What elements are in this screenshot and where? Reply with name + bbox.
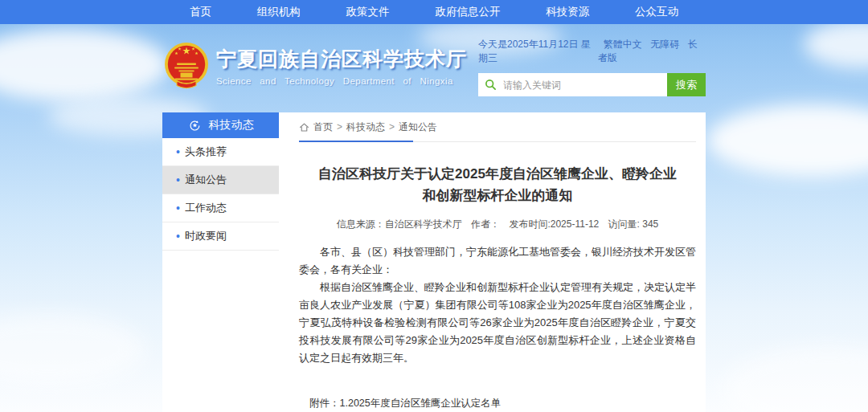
main-content: 首页 > 科技动态 > 通知公告 自治区科技厅关于认定2025年度自治区雏鹰企业…	[289, 112, 706, 412]
current-date: 今天是2025年11月12日 星期三	[478, 38, 598, 65]
sidebar-item-label: 头条推荐	[185, 145, 227, 159]
breadcrumb-separator: >	[389, 121, 395, 133]
nav-item-gov-info-disclosure[interactable]: 政府信息公开	[435, 5, 500, 19]
bullet-icon: •	[176, 202, 180, 214]
nav-item-organization[interactable]: 组织机构	[257, 5, 301, 19]
quick-links: 繁體中文 无障碍 长者版	[598, 38, 706, 65]
header-utilities: 今天是2025年11月12日 星期三 繁體中文 无障碍 长者版 搜索	[478, 38, 706, 96]
link-traditional-chinese[interactable]: 繁體中文	[604, 39, 642, 50]
bullet-icon: •	[176, 174, 180, 186]
content-wrapper: 科技动态 • 头条推荐 • 通知公告 • 工作动态 • 时政要闻	[162, 112, 706, 412]
cloud-decoration	[0, 313, 145, 385]
home-icon	[299, 122, 309, 133]
cloud-decoration	[707, 104, 868, 177]
page: 首页 组织机构 政策文件 政府信息公开 科技资源 公众互动	[0, 0, 868, 412]
bullet-icon: •	[176, 230, 180, 242]
bullet-icon: •	[176, 146, 180, 157]
sidebar-item-work-updates[interactable]: • 工作动态	[162, 194, 279, 222]
top-navigation-bar: 首页 组织机构 政策文件 政府信息公开 科技资源 公众互动	[0, 0, 868, 24]
sidebar-item-political-news[interactable]: • 时政要闻	[162, 222, 279, 251]
search-bar: 搜索	[478, 73, 706, 96]
sidebar-item-label: 时政要闻	[185, 229, 227, 243]
article-paragraph-1: 各市、县（区）科技管理部门，宁东能源化工基地管委会，银川经济技术开发区管委会，各…	[299, 243, 696, 279]
national-emblem-logo	[162, 41, 211, 91]
article-meta: 信息来源：自治区科学技术厅 作者： 发布时间:2025-11-12 访问量: 3…	[299, 218, 696, 231]
site-brand-text: 宁夏回族自治区科学技术厅 Science and Technology Depa…	[216, 46, 467, 86]
link-accessibility[interactable]: 无障碍	[650, 39, 679, 50]
sidebar-item-label: 工作动态	[185, 201, 227, 215]
nav-item-tech-resources[interactable]: 科技资源	[546, 5, 589, 19]
attachments-list: 1.2025年度自治区雏鹰企业认定名单 2.2025年度自治区瞪羚企业认定名单 …	[340, 396, 531, 412]
cloud-decoration	[804, 20, 868, 68]
nav-item-public-interaction[interactable]: 公众互动	[635, 5, 678, 19]
meta-views: 访问量: 345	[608, 218, 659, 230]
search-icon	[485, 79, 497, 91]
sidebar-title: 科技动态	[209, 118, 254, 133]
cloud-decoration	[0, 29, 169, 101]
article-title: 自治区科技厅关于认定2025年度自治区雏鹰企业、瞪羚企业 和创新型标杆企业的通知	[299, 163, 696, 206]
site-title: 宁夏回族自治区科学技术厅	[216, 46, 467, 72]
attachments-label: 附件：	[309, 396, 340, 412]
sidebar-item-notices[interactable]: • 通知公告	[162, 166, 279, 194]
attachment-link-1[interactable]: 1.2025年度自治区雏鹰企业认定名单	[340, 396, 531, 411]
nav-item-home[interactable]: 首页	[190, 5, 211, 19]
article-paragraph-2: 根据自治区雏鹰企业、瞪羚企业和创新型标杆企业认定管理有关规定，决定认定半亩良人农…	[299, 279, 696, 367]
article-title-line-1: 自治区科技厅关于认定2025年度自治区雏鹰企业、瞪羚企业	[299, 163, 696, 185]
search-input-wrap	[478, 73, 667, 96]
meta-publish-time: 发布时间:2025-11-12	[509, 218, 599, 230]
site-subtitle: Science and Technology Department of Nin…	[216, 76, 467, 86]
breadcrumb-separator: >	[337, 121, 342, 133]
sidebar-item-label: 通知公告	[185, 173, 227, 187]
site-header: 宁夏回族自治区科学技术厅 Science and Technology Depa…	[162, 24, 706, 112]
breadcrumb-current[interactable]: 通知公告	[399, 120, 437, 134]
top-navigation-inner: 首页 组织机构 政策文件 政府信息公开 科技资源 公众互动	[162, 0, 706, 24]
meta-source: 信息来源：自治区科学技术厅	[337, 218, 462, 230]
breadcrumb: 首页 > 科技动态 > 通知公告	[299, 112, 696, 142]
breadcrumb-category[interactable]: 科技动态	[346, 120, 385, 134]
sidebar-header: 科技动态	[162, 112, 279, 138]
article-body: 各市、县（区）科技管理部门，宁东能源化工基地管委会，银川经济技术开发区管委会，各…	[299, 243, 696, 367]
search-input[interactable]	[502, 79, 667, 92]
breadcrumb-active-underline	[299, 141, 413, 142]
attachments-block: 附件： 1.2025年度自治区雏鹰企业认定名单 2.2025年度自治区瞪羚企业认…	[309, 396, 696, 412]
sidebar-item-headlines[interactable]: • 头条推荐	[162, 138, 279, 166]
date-row: 今天是2025年11月12日 星期三 繁體中文 无障碍 长者版	[478, 38, 706, 65]
article-title-line-2: 和创新型标杆企业的通知	[299, 185, 696, 206]
sidebar: 科技动态 • 头条推荐 • 通知公告 • 工作动态 • 时政要闻	[162, 112, 279, 412]
breadcrumb-home[interactable]: 首页	[313, 120, 333, 134]
site-brand[interactable]: 宁夏回族自治区科学技术厅 Science and Technology Depa…	[162, 41, 467, 91]
meta-author: 作者：	[471, 218, 500, 230]
search-button[interactable]: 搜索	[667, 73, 706, 96]
cloud-decoration	[723, 345, 868, 412]
nav-item-policy-documents[interactable]: 政策文件	[346, 5, 390, 19]
tech-news-icon	[188, 119, 202, 133]
